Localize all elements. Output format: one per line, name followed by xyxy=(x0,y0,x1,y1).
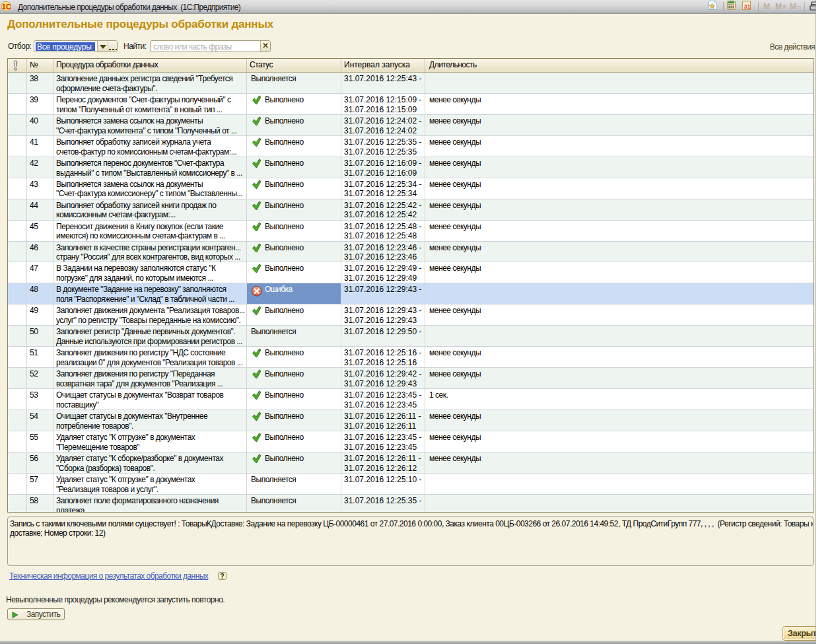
svg-text:31: 31 xyxy=(744,3,750,10)
svg-text:1С: 1С xyxy=(2,3,11,11)
